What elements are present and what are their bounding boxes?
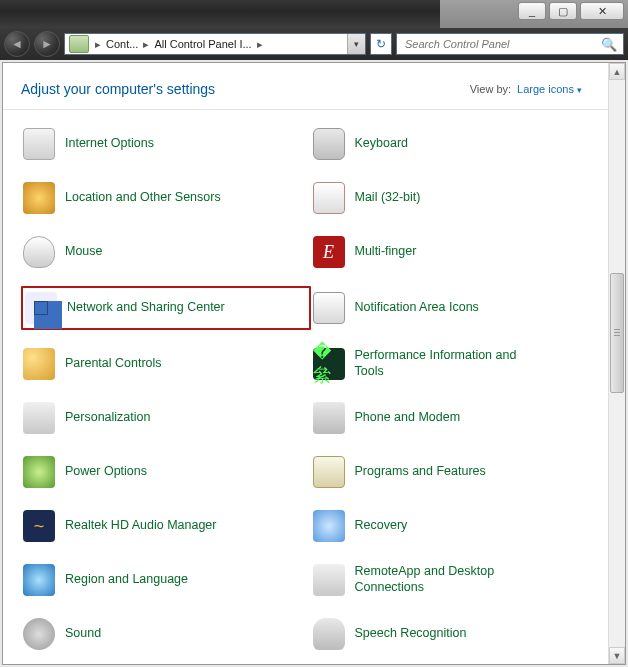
cp-item-power-options[interactable]: Power Options [21,452,311,492]
cp-item-region-language[interactable]: Region and Language [21,560,311,600]
notification-area-icon [313,292,345,324]
cp-item-multi-finger[interactable]: EMulti-finger [311,232,601,272]
power-options-icon [23,456,55,488]
cp-item-remoteapp[interactable]: RemoteApp and Desktop Connections [311,560,601,600]
cp-item-label: Sound [65,626,101,642]
cp-item-label: Multi-finger [355,244,417,260]
cp-item-internet-options[interactable]: Internet Options [21,124,311,164]
view-by-label: View by: [470,83,511,95]
address-bar[interactable]: ▸ Cont... ▸ All Control Panel I... ▸ ▾ [64,33,366,55]
location-sensors-icon [23,182,55,214]
cp-item-label: Personalization [65,410,150,426]
cp-item-notification-area[interactable]: Notification Area Icons [311,286,601,330]
cp-item-label: Mail (32-bit) [355,190,421,206]
cp-item-label: Recovery [355,518,408,534]
cp-item-label: Performance Information and Tools [355,348,523,379]
network-sharing-icon [25,292,57,324]
scroll-up-button[interactable]: ▲ [609,63,625,80]
chevron-down-icon: ▾ [577,85,582,95]
maximize-button[interactable]: ▢ [549,2,577,20]
forward-button[interactable]: ► [34,31,60,57]
view-by-dropdown[interactable]: Large icons ▾ [517,83,582,95]
back-button[interactable]: ◄ [4,31,30,57]
realtek-audio-icon: ~ [23,510,55,542]
cp-item-label: Network and Sharing Center [67,300,225,316]
cp-item-parental-controls[interactable]: Parental Controls [21,344,311,384]
cp-item-label: Notification Area Icons [355,300,479,316]
titlebar: _ ▢ ✕ [0,0,628,28]
mail-32bit-icon [313,182,345,214]
navigation-bar: ◄ ► ▸ Cont... ▸ All Control Panel I... ▸… [0,28,628,60]
address-dropdown[interactable]: ▾ [347,34,365,54]
search-input[interactable] [403,37,601,51]
phone-modem-icon [313,402,345,434]
performance-info-icon: �絫 [313,348,345,380]
cp-item-mouse[interactable]: Mouse [21,232,311,272]
personalization-icon [23,402,55,434]
region-language-icon [23,564,55,596]
items-grid: Internet OptionsKeyboardLocation and Oth… [3,110,608,664]
breadcrumb-sep: ▸ [93,38,103,51]
breadcrumb-sep: ▸ [141,38,151,51]
internet-options-icon [23,128,55,160]
close-button[interactable]: ✕ [580,2,624,20]
keyboard-icon [313,128,345,160]
remoteapp-icon [313,564,345,596]
cp-item-network-sharing[interactable]: Network and Sharing Center [21,286,311,330]
cp-item-label: Keyboard [355,136,409,152]
control-panel-icon [69,35,89,53]
search-box[interactable]: 🔍 [396,33,624,55]
parental-controls-icon [23,348,55,380]
cp-item-label: Parental Controls [65,356,162,372]
minimize-button[interactable]: _ [518,2,546,20]
programs-features-icon [313,456,345,488]
view-by-value: Large icons [517,83,574,95]
refresh-button[interactable]: ↻ [370,33,392,55]
sound-icon [23,618,55,650]
breadcrumb-control-panel[interactable]: Cont... [103,38,141,50]
cp-item-location-sensors[interactable]: Location and Other Sensors [21,178,311,218]
search-icon[interactable]: 🔍 [601,37,617,52]
breadcrumb-sep: ▸ [255,38,265,51]
page-title: Adjust your computer's settings [21,81,215,97]
cp-item-realtek-audio[interactable]: ~Realtek HD Audio Manager [21,506,311,546]
cp-item-performance-info[interactable]: �絫Performance Information and Tools [311,344,601,384]
cp-item-label: Programs and Features [355,464,486,480]
cp-item-mail-32bit[interactable]: Mail (32-bit) [311,178,601,218]
window-buttons: _ ▢ ✕ [518,2,624,20]
cp-item-label: Mouse [65,244,103,260]
cp-item-keyboard[interactable]: Keyboard [311,124,601,164]
speech-recognition-icon [313,618,345,650]
breadcrumb-all-items[interactable]: All Control Panel I... [151,38,254,50]
cp-item-label: Phone and Modem [355,410,461,426]
scroll-down-button[interactable]: ▼ [609,647,625,664]
cp-item-label: Speech Recognition [355,626,467,642]
cp-item-label: Region and Language [65,572,188,588]
view-by: View by: Large icons ▾ [470,83,582,95]
vertical-scrollbar[interactable]: ▲ ▼ [608,63,625,664]
multi-finger-icon: E [313,236,345,268]
cp-item-label: Internet Options [65,136,154,152]
cp-item-sound[interactable]: Sound [21,614,311,654]
cp-item-personalization[interactable]: Personalization [21,398,311,438]
cp-item-label: Power Options [65,464,147,480]
content-frame: Adjust your computer's settings View by:… [2,62,626,665]
cp-item-label: RemoteApp and Desktop Connections [355,564,523,595]
content-area: Adjust your computer's settings View by:… [3,63,608,664]
cp-item-speech-recognition[interactable]: Speech Recognition [311,614,601,654]
header-row: Adjust your computer's settings View by:… [3,81,608,110]
cp-item-label: Realtek HD Audio Manager [65,518,216,534]
cp-item-programs-features[interactable]: Programs and Features [311,452,601,492]
titlebar-background [0,0,440,28]
mouse-icon [23,236,55,268]
cp-item-phone-modem[interactable]: Phone and Modem [311,398,601,438]
cp-item-recovery[interactable]: Recovery [311,506,601,546]
cp-item-label: Location and Other Sensors [65,190,221,206]
scroll-thumb[interactable] [610,273,624,393]
recovery-icon [313,510,345,542]
